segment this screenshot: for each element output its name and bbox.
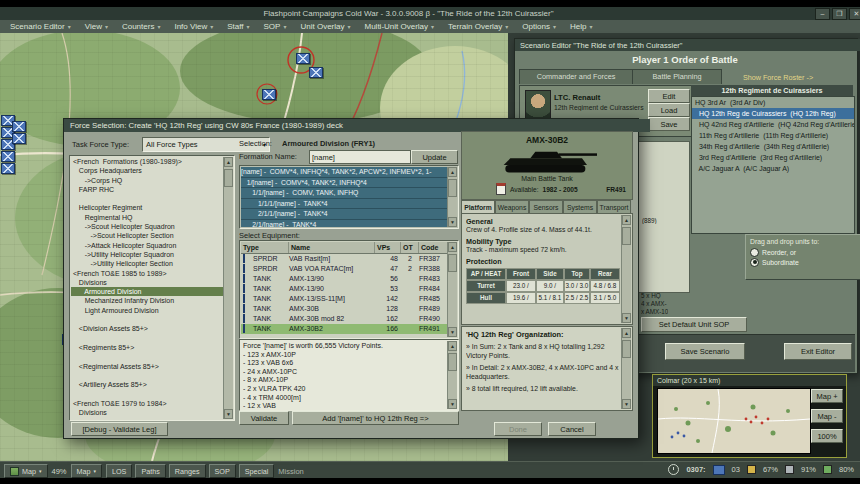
- minimap-button[interactable]: Map -: [811, 409, 843, 423]
- tab-commander-and-forces[interactable]: Commander and Forces: [519, 69, 633, 84]
- add-to-hq-button[interactable]: Add '[name]' to HQ 12th Reg =>: [292, 411, 459, 425]
- tree-item[interactable]: [71, 371, 224, 380]
- scrollbar[interactable]: ▲ ▼: [447, 167, 457, 227]
- view-toggle-button[interactable]: Ranges: [169, 464, 206, 478]
- radio-icon[interactable]: [750, 248, 759, 257]
- equipment-row[interactable]: TANK AMX-30B mod 82 162 FR490: [241, 314, 448, 324]
- drag-drop-radio-option[interactable]: Reorder, or: [750, 247, 858, 257]
- formation-node[interactable]: 1/1/1/[name] - TANK*4: [241, 199, 448, 210]
- column-name[interactable]: Name: [289, 242, 375, 253]
- scrollbar-track[interactable]: [448, 252, 457, 327]
- column-vps[interactable]: VPs: [375, 242, 401, 253]
- scrollbar[interactable]: ▲ ▼: [621, 215, 631, 323]
- equipment-tab[interactable]: Systems: [563, 200, 597, 214]
- scrollbar-track[interactable]: [622, 338, 631, 399]
- equipment-tab[interactable]: Weapons: [495, 200, 529, 214]
- scrollbar-track[interactable]: [622, 225, 631, 313]
- tree-item[interactable]: FARP RHC: [71, 185, 224, 194]
- roster-item[interactable]: 11th Reg d'Artillerie (11th Reg d'Artill…: [692, 130, 854, 141]
- tree-item[interactable]: Regimental HQ: [71, 213, 224, 222]
- tree-item[interactable]: <French TO&E 1985 to 1989>: [71, 269, 224, 278]
- scrollbar-thumb[interactable]: [622, 227, 631, 245]
- scroll-down-icon[interactable]: ▼: [448, 217, 457, 227]
- roster-item[interactable]: HQ 3rd Ar (3rd Ar Div): [692, 97, 854, 108]
- menu-item[interactable]: Counters▾: [115, 20, 167, 33]
- formation-name-input[interactable]: [309, 150, 411, 164]
- load-button[interactable]: Load: [648, 103, 690, 117]
- scenario-editor-titlebar[interactable]: Scenario Editor "The Ride of the 12th Cu…: [515, 39, 860, 51]
- force-roster-list[interactable]: HQ 3rd Ar (3rd Ar Div) HQ 12th Reg de Cu…: [691, 96, 855, 234]
- window-titlebar[interactable]: Flashpoint Campaigns Cold War - 3.0.0.90…: [0, 7, 860, 20]
- map-unit-counter[interactable]: [12, 121, 26, 132]
- scroll-down-icon[interactable]: ▼: [224, 409, 233, 419]
- menu-item[interactable]: Help▾: [563, 20, 599, 33]
- scrollbar-track[interactable]: [448, 177, 457, 217]
- scroll-up-icon[interactable]: ▲: [224, 157, 233, 167]
- menu-item[interactable]: Options▾: [515, 20, 563, 33]
- menu-item[interactable]: Multi-Unit Overlay▾: [357, 20, 441, 33]
- view-toggle-button[interactable]: Paths: [135, 464, 165, 478]
- close-button[interactable]: ✕: [849, 8, 860, 20]
- menu-item[interactable]: Terrain Overlay▾: [441, 20, 515, 33]
- formation-node[interactable]: 2/1/1/[name] - TANK*4: [241, 209, 448, 220]
- formation-node[interactable]: [name] - COMV*4, INFHQ*4, TANK*2, APCW*2…: [241, 167, 448, 178]
- formation-template-tree[interactable]: <French Formations (1980-1989)> Corps He…: [69, 155, 235, 421]
- tree-item[interactable]: <French Formations (1980-1989)>: [71, 157, 224, 166]
- tree-item[interactable]: Armoured Division: [71, 287, 224, 296]
- tab-battle-planning[interactable]: Battle Planning: [632, 69, 722, 84]
- save-button[interactable]: Save: [648, 117, 690, 131]
- formation-structure-list[interactable]: [name] - COMV*4, INFHQ*4, TANK*2, APCW*2…: [239, 165, 459, 229]
- scrollbar[interactable]: ▲ ▼: [621, 328, 631, 409]
- tree-item[interactable]: Armoured Division 84: [71, 417, 224, 419]
- view-toggle-button[interactable]: LOS: [106, 464, 132, 478]
- menu-item[interactable]: Scenario Editor▾: [3, 20, 78, 33]
- tree-item[interactable]: <Regimental Assets 85+>: [71, 362, 224, 371]
- equipment-row[interactable]: SPRDR VAB Rasit[m] 48 2 FR387: [241, 254, 448, 264]
- roster-item[interactable]: HQ 12th Reg de Cuirassiers (HQ 12th Reg): [692, 108, 854, 119]
- update-button[interactable]: Update: [411, 150, 458, 164]
- drag-drop-radio-option[interactable]: Subordinate: [750, 257, 858, 267]
- tree-item[interactable]: <Division Assets 85+>: [71, 324, 224, 333]
- scroll-up-icon[interactable]: ▲: [448, 167, 457, 177]
- scrollbar[interactable]: ▲ ▼: [223, 157, 233, 419]
- equipment-row[interactable]: TANK AMX-13/90 56 FR483: [241, 274, 448, 284]
- scroll-up-icon[interactable]: ▲: [448, 242, 457, 252]
- scrollbar-track[interactable]: [224, 167, 233, 409]
- scroll-down-icon[interactable]: ▼: [622, 313, 631, 323]
- cancel-button[interactable]: Cancel: [548, 422, 596, 436]
- map-menu-button[interactable]: Map▾: [71, 464, 103, 478]
- equipment-tab[interactable]: Transport: [597, 200, 631, 214]
- roster-item[interactable]: A/C Jaguar A (A/C Jaguar A): [692, 163, 854, 174]
- map-unit-counter[interactable]: [309, 67, 323, 78]
- tree-item[interactable]: ->Utility Helicopter Section: [71, 259, 224, 268]
- tree-item[interactable]: [71, 352, 224, 361]
- roster-item[interactable]: 34th Reg d'Artillerie (34th Reg d'Artill…: [692, 141, 854, 152]
- scroll-up-icon[interactable]: ▲: [622, 215, 631, 225]
- scrollbar[interactable]: ▲ ▼: [447, 242, 457, 337]
- minimize-button[interactable]: –: [815, 8, 830, 20]
- map-toggle-button[interactable]: Map▾: [4, 464, 48, 478]
- formation-node[interactable]: 2/1/[name] - TANK*4: [241, 220, 448, 227]
- equipment-row[interactable]: TANK AMX-13/90 53 FR484: [241, 284, 448, 294]
- done-button[interactable]: Done: [494, 422, 542, 436]
- tree-item[interactable]: ->Attack Helicopter Squadron: [71, 241, 224, 250]
- menu-item[interactable]: View▾: [78, 20, 115, 33]
- map-unit-counter[interactable]: [262, 89, 276, 100]
- tree-item[interactable]: ->Corps HQ: [71, 176, 224, 185]
- view-toggle-button[interactable]: SOP: [209, 464, 236, 478]
- tree-item[interactable]: Light Armoured Division: [71, 306, 224, 315]
- equipment-row[interactable]: TANK AMX-13/SS-11[M] 142 FR485: [241, 294, 448, 304]
- scroll-down-icon[interactable]: ▼: [448, 399, 457, 409]
- minimap-titlebar[interactable]: Colmar (20 x 15 km): [653, 375, 846, 386]
- column-ot[interactable]: OT: [401, 242, 419, 253]
- view-toggle-button[interactable]: Special: [239, 464, 275, 478]
- tree-item[interactable]: [71, 315, 224, 324]
- column-code[interactable]: Code: [419, 242, 449, 253]
- equipment-row[interactable]: TANK AMX-30B2 166 FR491: [241, 324, 448, 334]
- scrollbar-thumb[interactable]: [622, 340, 631, 358]
- maximize-button[interactable]: ❐: [832, 8, 847, 20]
- equipment-table[interactable]: Type Name VPs OT Code SPRDR VAB Rasit[m]…: [239, 240, 459, 339]
- scrollbar-thumb[interactable]: [448, 353, 457, 371]
- scrollbar-thumb[interactable]: [448, 179, 457, 197]
- menu-item[interactable]: Staff▾: [220, 20, 256, 33]
